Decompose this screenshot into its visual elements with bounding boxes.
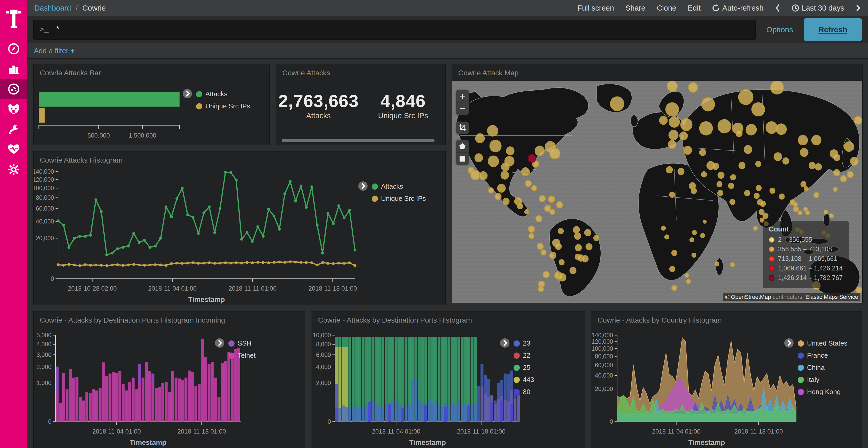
svg-text:8,000: 8,000: [316, 341, 331, 348]
panel-title: Cowrie Attacks Histogram: [34, 151, 445, 168]
legend-color-dot: [372, 196, 378, 202]
edit-button[interactable]: Edit: [688, 4, 701, 12]
sidebar-item-dashboard[interactable]: [0, 79, 27, 99]
map-legend-dot: [769, 246, 774, 252]
panel-title: Cowrie - Attacks by Country Histogram: [591, 311, 862, 328]
legend-collapse-button[interactable]: [214, 338, 225, 348]
legend-label: Attacks: [381, 182, 403, 191]
world-map[interactable]: + −: [452, 81, 862, 303]
svg-text:100,000: 100,000: [34, 185, 54, 192]
rectangle-tool-button[interactable]: [456, 152, 469, 165]
map-legend-dot: [769, 237, 774, 243]
ems-link[interactable]: Elastic Maps Service: [805, 294, 858, 300]
breadcrumb-dashboard-link[interactable]: Dashboard: [34, 4, 71, 12]
svg-text:2018-11-18 01:00: 2018-11-18 01:00: [308, 285, 357, 292]
time-back-button[interactable]: [775, 4, 780, 12]
legend-item[interactable]: SSH: [228, 339, 255, 347]
legend-item[interactable]: 23: [514, 339, 534, 347]
osm-link[interactable]: © OpenStreetMap: [725, 294, 771, 300]
svg-text:2018-11-04 01:00: 2018-11-04 01:00: [372, 428, 420, 435]
refresh-button[interactable]: Refresh: [804, 18, 862, 41]
legend-item[interactable]: Telnet: [228, 351, 255, 359]
svg-text:140,000: 140,000: [34, 168, 54, 175]
svg-text:60,000: 60,000: [595, 362, 613, 369]
legend-item[interactable]: 80: [514, 388, 534, 396]
time-forward-button[interactable]: [856, 4, 861, 12]
panel-title: Cowrie Attacks Bar: [34, 64, 270, 81]
horizontal-scrollbar[interactable]: [282, 139, 435, 142]
legend-item[interactable]: Attacks: [372, 182, 426, 191]
panel-title: Cowrie - Attacks by Destination Ports Hi…: [312, 311, 585, 328]
svg-text:Timestamp: Timestamp: [409, 439, 446, 446]
svg-text:500,000: 500,000: [87, 132, 110, 139]
map-legend-row: 1,426,214 – 1,782,767: [769, 274, 843, 281]
panel-attacks-metric: Cowrie Attacks 2,763,663 Attacks 4,846 U…: [276, 64, 445, 145]
legend-label: Unique Src IPs: [381, 195, 426, 203]
map-legend-row: 2 – 356,555: [769, 236, 843, 243]
svg-text:Timestamp: Timestamp: [188, 296, 225, 304]
svg-text:0: 0: [610, 418, 613, 425]
legend-label: 22: [523, 351, 530, 359]
sidebar-item-management[interactable]: [0, 160, 27, 180]
legend-color-dot: [798, 352, 804, 359]
chart-legend: AttacksUnique Src IPs: [182, 90, 250, 114]
clone-button[interactable]: Clone: [657, 4, 676, 12]
legend-collapse-button[interactable]: [182, 89, 192, 99]
legend-item[interactable]: United States: [798, 339, 847, 347]
polygon-tool-button[interactable]: [456, 140, 469, 152]
zoom-out-button[interactable]: −: [456, 102, 469, 115]
legend-color-dot: [514, 377, 520, 383]
svg-text:2018-11-04 01:00: 2018-11-04 01:00: [92, 428, 141, 435]
options-link[interactable]: Options: [762, 25, 798, 34]
map-legend-dot: [769, 266, 774, 271]
svg-text:2018-11-04 01:00: 2018-11-04 01:00: [652, 428, 701, 435]
legend-collapse-button[interactable]: [500, 338, 510, 348]
metric-label: Unique Src IPs: [361, 111, 445, 120]
sidebar-item-discover[interactable]: [0, 39, 27, 59]
sidebar-item-monitoring[interactable]: [0, 139, 27, 160]
svg-text:140,000: 140,000: [592, 332, 613, 339]
legend-item[interactable]: China: [798, 364, 847, 372]
legend-item[interactable]: Unique Src IPs: [372, 195, 426, 203]
timepicker-button[interactable]: Last 30 days: [792, 4, 844, 12]
legend-item[interactable]: Unique Src IPs: [196, 102, 250, 110]
legend-color-dot: [372, 183, 378, 190]
map-legend-label: 1,426,214 – 1,782,767: [778, 274, 843, 281]
fullscreen-button[interactable]: Full screen: [578, 4, 614, 12]
map-legend-label: 1,069,661 – 1,426,214: [778, 265, 843, 272]
sidebar-item-visualize[interactable]: [0, 59, 27, 79]
legend-item[interactable]: 25: [514, 364, 534, 372]
sidebar-item-timelion[interactable]: [0, 99, 27, 119]
legend-collapse-button[interactable]: [784, 338, 794, 348]
legend-item[interactable]: Attacks: [196, 90, 250, 98]
legend-color-dot: [228, 340, 235, 347]
legend-collapse-button[interactable]: [358, 181, 368, 191]
crop-icon: [459, 124, 466, 131]
legend-item[interactable]: Italy: [798, 376, 847, 384]
legend-color-dot: [514, 340, 520, 347]
svg-text:40,000: 40,000: [36, 218, 54, 225]
filter-bar: Add a filter +: [27, 43, 868, 59]
zoom-in-button[interactable]: +: [456, 90, 469, 102]
add-filter-link[interactable]: Add a filter +: [34, 47, 75, 55]
legend-item[interactable]: Hong Kong: [798, 388, 847, 396]
t-mobile-logo[interactable]: [0, 0, 27, 39]
map-legend-label: 2 – 356,555: [778, 236, 812, 243]
lion-icon: [7, 103, 20, 115]
sidebar-item-devtools[interactable]: [0, 119, 27, 139]
autorefresh-button[interactable]: Auto-refresh: [712, 4, 764, 12]
legend-label: 80: [523, 388, 530, 396]
map-fit-control: [456, 122, 469, 134]
legend-item[interactable]: France: [798, 351, 847, 359]
t-logo-icon: [5, 9, 22, 30]
crop-fit-button[interactable]: [456, 122, 469, 134]
legend-item[interactable]: 22: [514, 351, 534, 359]
legend-label: Unique Src IPs: [206, 102, 250, 110]
metric-attacks: 2,763,663 Attacks: [276, 91, 361, 120]
legend-item[interactable]: 443: [514, 376, 534, 384]
share-button[interactable]: Share: [625, 4, 645, 12]
legend-label: 25: [523, 364, 530, 372]
legend-label: 23: [523, 339, 530, 347]
query-value: *: [55, 25, 60, 34]
search-input[interactable]: >_ *: [33, 20, 755, 40]
